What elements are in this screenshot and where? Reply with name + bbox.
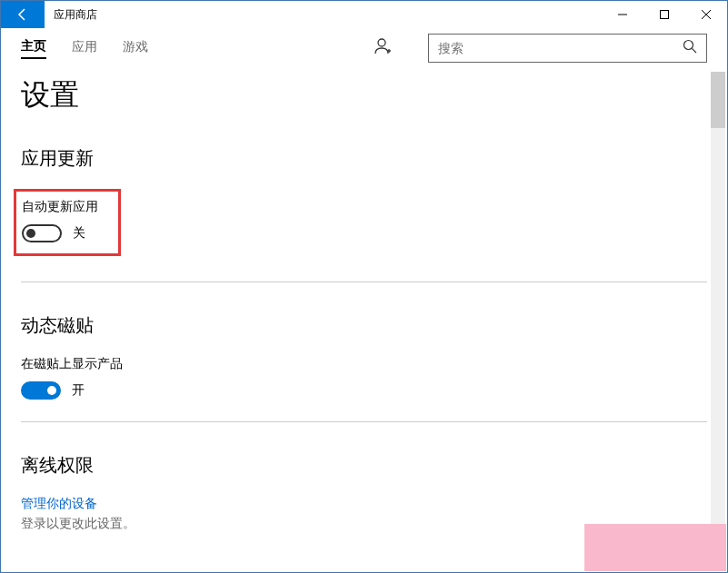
nav-apps[interactable]: 应用 [72,39,97,58]
highlight-box: 自动更新应用 关 [14,189,121,256]
maximize-button[interactable] [643,1,685,28]
divider [21,421,707,422]
navbar: 主页 应用 游戏 [1,28,727,68]
svg-line-8 [693,49,697,54]
scrollbar-thumb[interactable] [711,72,725,128]
toggle-row-tile-products: 开 [21,381,707,400]
toggle-tile-products[interactable] [21,381,61,400]
minimize-icon [618,10,627,19]
back-button[interactable] [1,1,45,28]
toggle-state-auto-update: 关 [73,225,85,242]
section-offline: 离线权限 管理你的设备 登录以更改此设置。 [21,453,707,532]
setting-label-tile-products: 在磁贴上显示产品 [21,356,707,372]
search-input[interactable] [438,41,683,55]
manage-devices-link[interactable]: 管理你的设备 [21,496,707,512]
toggle-row-auto-update: 关 [22,224,98,242]
user-plus-icon [374,37,392,55]
svg-rect-1 [661,11,669,19]
close-icon [702,10,711,19]
section-title-app-updates: 应用更新 [21,146,707,171]
user-account-button[interactable] [374,37,392,59]
nav-games[interactable]: 游戏 [123,39,148,58]
arrow-left-icon [15,7,30,22]
close-button[interactable] [685,1,727,28]
search-box[interactable] [428,34,707,63]
content-area: 设置 应用更新 自动更新应用 关 动态磁贴 在磁贴上显示产品 开 离线权限 [1,68,727,573]
svg-point-7 [684,41,693,50]
section-title-live-tile: 动态磁贴 [21,313,707,338]
section-live-tile: 动态磁贴 在磁贴上显示产品 开 [21,313,707,400]
search-icon [683,39,697,54]
nav-home[interactable]: 主页 [21,38,46,59]
app-title: 应用商店 [54,7,97,23]
scrollbar[interactable] [711,72,725,570]
divider [21,282,707,282]
minimize-button[interactable] [602,1,643,28]
toggle-auto-update[interactable] [22,224,62,242]
page-title: 设置 [21,75,707,115]
section-app-updates: 应用更新 自动更新应用 关 [21,146,707,260]
toggle-state-tile-products: 开 [72,382,85,399]
titlebar: 应用商店 [1,1,727,28]
svg-point-4 [378,39,385,46]
section-title-offline: 离线权限 [21,453,707,478]
setting-label-auto-update: 自动更新应用 [22,199,98,215]
pink-overlay [584,524,726,571]
window-controls [602,1,727,28]
search-button[interactable] [683,39,697,57]
maximize-icon [660,10,669,19]
